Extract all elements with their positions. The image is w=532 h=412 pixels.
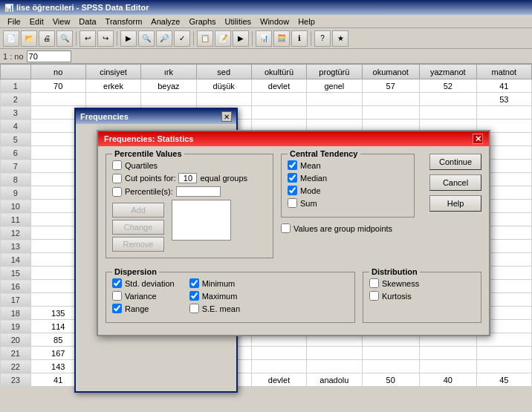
table-cell[interactable]: genel xyxy=(307,79,362,93)
mean-label[interactable]: Mean xyxy=(300,161,321,170)
se-mean-checkbox[interactable] xyxy=(189,304,199,313)
kurtosis-label[interactable]: Kurtosis xyxy=(382,292,412,301)
table-cell[interactable] xyxy=(419,106,476,120)
new-file-btn[interactable]: 📄 xyxy=(3,30,19,47)
menu-file[interactable]: File xyxy=(3,16,25,27)
extra-btn[interactable]: ★ xyxy=(332,30,348,47)
table-cell[interactable] xyxy=(251,360,306,373)
table-cell[interactable] xyxy=(476,347,531,360)
mode-checkbox[interactable] xyxy=(288,186,297,195)
range-checkbox[interactable] xyxy=(112,304,122,313)
table-cell[interactable] xyxy=(251,106,306,120)
maximum-label[interactable]: Maximum xyxy=(202,292,238,301)
stats-close-button[interactable]: ✕ xyxy=(473,134,483,144)
table-cell[interactable] xyxy=(362,347,419,360)
table-cell[interactable]: devlet xyxy=(251,79,306,93)
table-cell[interactable] xyxy=(251,93,306,106)
kurtosis-checkbox[interactable] xyxy=(369,291,379,301)
table-cell[interactable]: 52 xyxy=(419,79,476,93)
spell-btn[interactable]: ✓ xyxy=(174,30,190,47)
table-cell[interactable] xyxy=(476,360,531,373)
menu-help[interactable]: Help xyxy=(293,16,319,27)
goto-btn[interactable]: ▶ xyxy=(120,30,137,47)
menu-data[interactable]: Data xyxy=(74,16,100,27)
remove-percentile-button[interactable]: Remove xyxy=(112,237,164,252)
menu-analyze[interactable]: Analyze xyxy=(146,16,184,27)
std-dev-label[interactable]: Std. deviation xyxy=(125,279,175,288)
variance-checkbox[interactable] xyxy=(112,291,122,301)
table-cell[interactable] xyxy=(362,106,419,120)
se-mean-label[interactable]: S.E. mean xyxy=(202,304,240,313)
var-btn[interactable]: 📋 xyxy=(197,30,213,47)
table-cell[interactable] xyxy=(476,106,531,120)
table-cell[interactable] xyxy=(251,347,306,360)
run-btn[interactable]: ▶ xyxy=(233,30,249,47)
table-cell[interactable] xyxy=(307,360,362,373)
menu-graphs[interactable]: Graphs xyxy=(184,16,220,27)
col-header-irk[interactable]: ırk xyxy=(141,65,196,79)
change-percentile-button[interactable]: Change xyxy=(112,220,164,235)
table-cell[interactable] xyxy=(419,93,476,106)
help-btn[interactable]: ? xyxy=(314,30,331,47)
minimum-label[interactable]: Minimum xyxy=(202,279,236,288)
freq-close-button[interactable]: ✕ xyxy=(221,111,232,122)
minimum-checkbox[interactable] xyxy=(189,278,199,288)
table-cell[interactable] xyxy=(307,106,362,120)
table-cell[interactable] xyxy=(307,347,362,360)
cutpoints-label[interactable]: Cut points for: xyxy=(125,174,175,183)
sum-label[interactable]: Sum xyxy=(300,199,317,208)
mean-checkbox[interactable] xyxy=(288,160,297,170)
table-cell[interactable]: 41 xyxy=(476,79,531,93)
menu-edit[interactable]: Edit xyxy=(25,16,48,27)
table-cell[interactable] xyxy=(419,360,476,373)
variance-label[interactable]: Variance xyxy=(125,292,157,301)
maximum-checkbox[interactable] xyxy=(189,291,199,301)
median-label[interactable]: Median xyxy=(300,174,327,183)
table-cell[interactable] xyxy=(85,93,140,106)
cancel-button[interactable]: Cancel xyxy=(429,174,481,191)
table-cell[interactable]: devlet xyxy=(251,373,306,387)
range-label[interactable]: Range xyxy=(125,304,149,313)
print-preview-btn[interactable]: 🔍 xyxy=(56,30,73,47)
col-header-sed[interactable]: sed xyxy=(196,65,251,79)
table-cell[interactable]: beyaz xyxy=(141,79,196,93)
find-btn[interactable]: 🔍 xyxy=(138,30,155,47)
print-btn[interactable]: 🖨 xyxy=(39,30,55,47)
col-header-matnot[interactable]: matnot xyxy=(476,65,531,79)
col-header-yazmanot[interactable]: yazmanot xyxy=(419,65,476,79)
table-cell[interactable]: 50 xyxy=(362,373,419,387)
skewness-label[interactable]: Skewness xyxy=(382,279,419,288)
table-cell[interactable] xyxy=(419,347,476,360)
table-cell[interactable] xyxy=(30,93,85,106)
col-header-cinsiyet[interactable]: cinsiyet xyxy=(85,65,140,79)
chart-btn[interactable]: 📊 xyxy=(256,30,272,47)
quartiles-checkbox[interactable] xyxy=(112,160,122,170)
menu-transform[interactable]: Transform xyxy=(101,16,147,27)
add-percentile-button[interactable]: Add xyxy=(112,203,164,218)
table-cell[interactable] xyxy=(362,360,419,373)
menu-window[interactable]: Window xyxy=(256,16,293,27)
col-header-okumanot[interactable]: okumanot xyxy=(362,65,419,79)
percentiles-input[interactable] xyxy=(176,186,221,197)
script-btn[interactable]: 📝 xyxy=(215,30,231,47)
calc-btn[interactable]: 🧮 xyxy=(273,30,290,47)
table-cell[interactable]: erkek xyxy=(85,79,140,93)
median-checkbox[interactable] xyxy=(288,173,297,183)
col-header-okulturü[interactable]: okultürü xyxy=(251,65,306,79)
find2-btn[interactable]: 🔎 xyxy=(156,30,172,47)
col-header-no[interactable]: no xyxy=(30,65,85,79)
table-cell[interactable] xyxy=(307,93,362,106)
undo-btn[interactable]: ↩ xyxy=(80,30,96,47)
table-cell[interactable] xyxy=(141,93,196,106)
group-midpoints-label[interactable]: Values are group midpoints xyxy=(293,224,392,233)
table-cell[interactable] xyxy=(196,93,251,106)
skewness-checkbox[interactable] xyxy=(369,278,379,288)
percentiles-label[interactable]: Percentile(s): xyxy=(125,187,173,196)
table-cell[interactable]: düşük xyxy=(196,79,251,93)
help-button[interactable]: Help xyxy=(429,195,481,212)
percentiles-checkbox[interactable] xyxy=(112,187,122,197)
table-cell[interactable]: 57 xyxy=(362,79,419,93)
table-cell[interactable]: 70 xyxy=(30,79,85,93)
menu-view[interactable]: View xyxy=(48,16,75,27)
table-cell[interactable]: anadolu xyxy=(307,373,362,387)
